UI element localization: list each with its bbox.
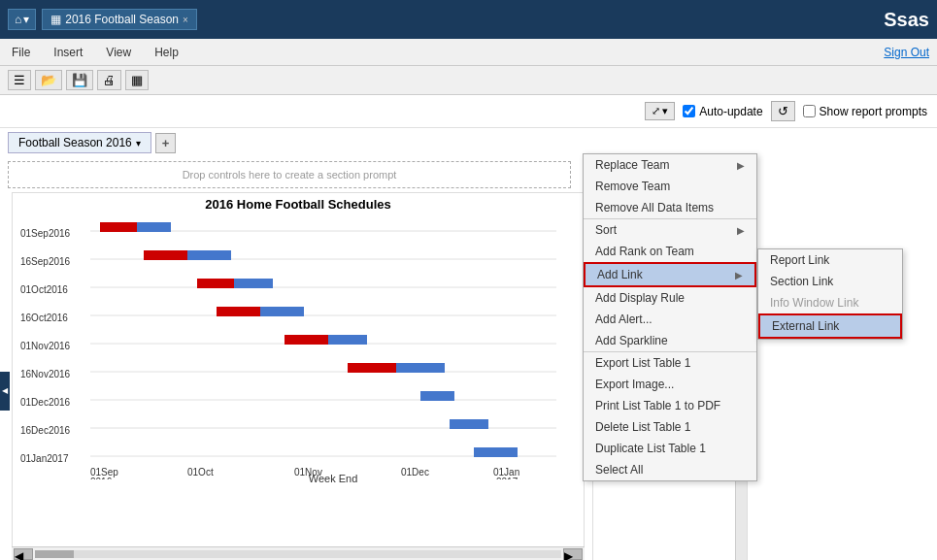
context-remove-all-data[interactable]: Remove All Data Items xyxy=(584,197,756,218)
context-add-link[interactable]: Add Link ▶ xyxy=(584,262,756,287)
toolbar-print-button[interactable]: 🖨 xyxy=(97,70,121,90)
svg-text:2017: 2017 xyxy=(496,477,519,479)
svg-rect-17 xyxy=(234,279,273,288)
report-tab[interactable]: ▦ 2016 Football Season × xyxy=(42,9,197,30)
toolbar-table-button[interactable]: ▦ xyxy=(125,70,149,90)
sas-logo: Ssas xyxy=(884,9,929,31)
context-select-all[interactable]: Select All xyxy=(584,459,756,480)
toolbar: ☰ 📂 💾 🖨 ▦ xyxy=(0,66,937,95)
show-prompts-label: Show report prompts xyxy=(803,105,927,118)
expand-button[interactable]: ⤢ ▾ xyxy=(645,102,675,120)
submenu-report-link[interactable]: Report Link xyxy=(758,249,902,271)
svg-rect-18 xyxy=(260,307,304,316)
submenu-section-link[interactable]: Section Link xyxy=(758,271,902,292)
context-add-alert[interactable]: Add Alert... xyxy=(584,309,756,330)
context-duplicate-list[interactable]: Duplicate List Table 1 xyxy=(584,438,756,459)
svg-rect-20 xyxy=(396,363,445,373)
svg-text:2016: 2016 xyxy=(90,477,113,479)
close-tab-button[interactable]: × xyxy=(183,15,188,25)
context-export-image[interactable]: Export Image... xyxy=(584,374,756,395)
menu-help[interactable]: Help xyxy=(151,42,183,63)
chart-svg: 01Sep 2016 01Oct 01Nov 01Dec 01Jan 2017 xyxy=(90,217,556,479)
submenu-add-link: Report Link Section Link Info Window Lin… xyxy=(757,248,903,340)
context-export-list[interactable]: Export List Table 1 xyxy=(584,351,756,374)
submenu-external-link[interactable]: External Link xyxy=(758,313,902,339)
context-print-pdf[interactable]: Print List Table 1 to PDF xyxy=(584,395,756,416)
left-edge-indicator[interactable]: ◀ xyxy=(0,372,10,411)
scroll-right-button[interactable]: ▶ xyxy=(563,548,583,560)
chart-title: 2016 Home Football Schedules xyxy=(20,197,576,212)
menu-file[interactable]: File xyxy=(8,42,34,63)
report-area: ⤢ ▾ Auto-update ↺ Show report prompts Fo… xyxy=(0,95,937,560)
svg-rect-10 xyxy=(144,250,192,260)
show-prompts-checkbox[interactable] xyxy=(803,105,816,117)
svg-rect-19 xyxy=(328,335,367,345)
refresh-button[interactable]: ↺ xyxy=(771,101,795,121)
auto-update-checkbox[interactable] xyxy=(683,105,695,117)
svg-text:01Oct: 01Oct xyxy=(187,467,214,478)
home-button[interactable]: ⌂ ▾ xyxy=(8,9,36,30)
context-delete-list[interactable]: Delete List Table 1 xyxy=(584,416,756,438)
sign-out-link[interactable]: Sign Out xyxy=(884,46,929,59)
menu-bar: File Insert View Help Sign Out xyxy=(0,39,937,66)
title-bar: ⌂ ▾ ▦ 2016 Football Season × Ssas xyxy=(0,0,937,39)
auto-update-label: Auto-update xyxy=(683,105,762,118)
context-menu: Replace Team ▶ Remove Team Remove All Da… xyxy=(583,153,757,481)
svg-rect-9 xyxy=(100,222,139,232)
section-tab-label: Football Season 2016 xyxy=(18,136,132,149)
expand-icon: ⤢ xyxy=(652,105,660,117)
context-add-rank[interactable]: Add Rank on Team xyxy=(584,241,756,262)
toolbar-save-button[interactable]: 💾 xyxy=(66,70,93,90)
svg-rect-22 xyxy=(450,419,488,429)
svg-text:01Dec: 01Dec xyxy=(401,467,429,478)
svg-rect-12 xyxy=(217,307,265,316)
bottom-scrollbar[interactable]: ◀ ▶ xyxy=(12,546,585,560)
context-sort[interactable]: Sort ▶ xyxy=(584,218,756,241)
svg-rect-15 xyxy=(137,222,171,232)
main-content: ◀ 2016 Home Football Schedules 01Sep2016… xyxy=(0,192,937,560)
context-remove-team[interactable]: Remove Team xyxy=(584,176,756,197)
home-dropdown-arrow: ▾ xyxy=(23,13,29,26)
menu-items: File Insert View Help xyxy=(8,42,884,63)
add-section-button[interactable]: + xyxy=(155,133,177,153)
scroll-track[interactable] xyxy=(35,550,561,558)
report-tab-label: 2016 Football Season xyxy=(65,13,179,26)
section-tab-dropdown: ▾ xyxy=(136,138,141,148)
menu-insert[interactable]: Insert xyxy=(50,42,86,63)
svg-rect-21 xyxy=(420,391,454,401)
context-add-sparkline[interactable]: Add Sparkline xyxy=(584,330,756,351)
svg-rect-23 xyxy=(474,447,518,457)
toolbar-open-button[interactable]: 📂 xyxy=(35,70,62,90)
drop-zone: Drop controls here to create a section p… xyxy=(8,161,571,188)
report-controls: ⤢ ▾ Auto-update ↺ Show report prompts xyxy=(0,95,937,128)
expand-dropdown: ▾ xyxy=(662,105,668,117)
submenu-info-window-link[interactable]: Info Window Link xyxy=(758,292,902,313)
svg-rect-16 xyxy=(187,250,231,260)
report-tab-icon: ▦ xyxy=(50,13,61,26)
context-add-display-rule[interactable]: Add Display Rule xyxy=(584,287,756,309)
section-tabs: Football Season 2016 ▾ + xyxy=(0,128,937,157)
section-tab-football[interactable]: Football Season 2016 ▾ xyxy=(8,132,151,153)
title-bar-left: ⌂ ▾ ▦ 2016 Football Season × xyxy=(8,9,197,30)
toolbar-new-button[interactable]: ☰ xyxy=(8,70,31,90)
context-replace-team[interactable]: Replace Team ▶ xyxy=(584,154,756,176)
chart-section: 2016 Home Football Schedules 01Sep2016 1… xyxy=(12,192,585,560)
scroll-thumb[interactable] xyxy=(35,550,74,558)
home-icon: ⌂ xyxy=(15,13,21,26)
scroll-left-button[interactable]: ◀ xyxy=(14,548,33,560)
menu-view[interactable]: View xyxy=(102,42,135,63)
